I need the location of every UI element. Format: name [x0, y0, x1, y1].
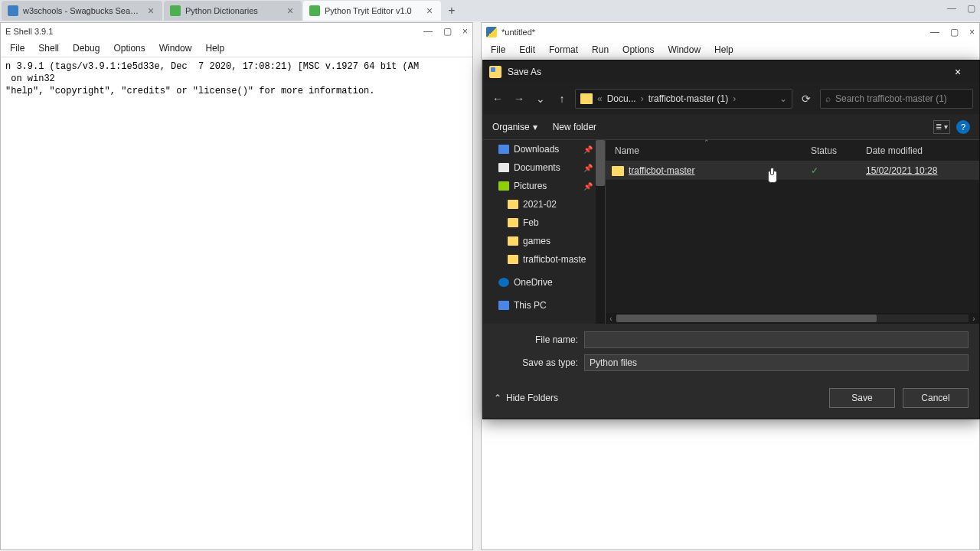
close-icon[interactable]: ×: [969, 27, 975, 37]
cancel-button[interactable]: Cancel: [903, 388, 969, 408]
refresh-button[interactable]: ⟳: [797, 90, 815, 108]
file-name-label: File name:: [494, 334, 584, 345]
save-type-select[interactable]: Python files: [584, 354, 969, 371]
nav-scrollbar[interactable]: [596, 140, 605, 324]
nav-label: Documents: [514, 162, 560, 173]
save-as-dialog: Save As × ← → ⌄ ↑ « Docu... › trafficbot…: [482, 60, 980, 419]
crumb-documents[interactable]: Docu...: [607, 93, 636, 104]
new-folder-button[interactable]: New folder: [553, 122, 596, 132]
pin-icon: 📌: [583, 182, 593, 191]
menu-options[interactable]: Options: [616, 43, 660, 57]
tab-dictionaries[interactable]: Python Dictionaries ×: [164, 1, 302, 21]
menu-file[interactable]: File: [4, 41, 31, 55]
dialog-title: Save As: [508, 67, 541, 77]
pin-icon: 📌: [583, 164, 593, 172]
favicon-icon: [170, 5, 181, 16]
dialog-toolbar: Organise ▾ New folder ≣ ▾ ?: [483, 114, 979, 140]
menu-help[interactable]: Help: [199, 41, 230, 55]
forward-button[interactable]: →: [511, 90, 528, 107]
close-icon[interactable]: ×: [462, 26, 468, 37]
file-name-input[interactable]: [584, 331, 969, 348]
search-icon: ⌕: [825, 93, 831, 104]
window-controls: — ▢: [947, 3, 975, 14]
back-button[interactable]: ←: [489, 90, 506, 107]
organise-button[interactable]: Organise ▾: [492, 122, 537, 132]
menu-run[interactable]: Run: [586, 43, 615, 57]
menu-debug[interactable]: Debug: [67, 41, 106, 55]
idle-titlebar[interactable]: E Shell 3.9.1 — ▢ ×: [1, 23, 472, 40]
crumb-current[interactable]: trafficbot-master (1): [648, 93, 728, 104]
nav-onedrive[interactable]: OneDrive: [483, 273, 605, 292]
scroll-right-icon[interactable]: ›: [969, 315, 979, 323]
nav-label: OneDrive: [514, 277, 553, 288]
maximize-icon[interactable]: ▢: [967, 3, 975, 14]
nav-thispc[interactable]: This PC: [483, 296, 605, 315]
nav-documents[interactable]: Documents📌: [483, 158, 605, 177]
favicon-icon: [8, 5, 18, 16]
scrollbar-thumb[interactable]: [616, 315, 877, 322]
onedrive-icon: [498, 278, 509, 287]
up-button[interactable]: ↑: [554, 90, 570, 107]
chevron-down-icon[interactable]: ⌄: [779, 93, 787, 104]
nav-trafficbot[interactable]: trafficbot-maste: [483, 250, 605, 269]
maximize-icon[interactable]: ▢: [443, 26, 452, 37]
file-name: trafficbot-master: [629, 165, 811, 176]
minimize-icon[interactable]: —: [947, 3, 956, 14]
dialog-titlebar[interactable]: Save As ×: [483, 60, 979, 83]
save-type-label: Save as type:: [494, 357, 584, 368]
h-scrollbar[interactable]: ‹ ›: [606, 313, 979, 324]
file-row[interactable]: trafficbot-master ✓ 15/02/2021 10:28: [606, 161, 979, 180]
nav-label: Downloads: [514, 144, 559, 155]
nav-feb[interactable]: Feb: [483, 214, 605, 232]
close-icon[interactable]: ×: [145, 5, 156, 16]
editor-titlebar[interactable]: *untitled* — ▢ ×: [482, 23, 979, 41]
minimize-icon[interactable]: —: [930, 27, 939, 37]
tab-swagbucks[interactable]: w3schools - Swagbucks Search ×: [2, 1, 162, 21]
search-input[interactable]: ⌕ Search trafficbot-master (1): [820, 89, 973, 109]
hide-folders-label: Hide Folders: [506, 393, 558, 403]
close-icon[interactable]: ×: [285, 5, 296, 16]
menu-options[interactable]: Options: [107, 41, 151, 55]
menu-shell[interactable]: Shell: [32, 41, 65, 55]
editor-menubar: File Edit Format Run Options Window Help: [482, 41, 979, 58]
nav-2021-02[interactable]: 2021-02: [483, 195, 605, 214]
pc-icon: [498, 301, 509, 310]
menu-window[interactable]: Window: [662, 43, 707, 57]
close-icon[interactable]: ×: [424, 5, 435, 16]
file-status: ✓: [811, 165, 866, 176]
col-date[interactable]: Date modified: [866, 145, 979, 156]
menu-format[interactable]: Format: [543, 43, 584, 57]
new-tab-button[interactable]: +: [443, 2, 461, 20]
minimize-icon[interactable]: —: [423, 26, 433, 37]
scroll-left-icon[interactable]: ‹: [606, 315, 616, 323]
browser-tabstrip: w3schools - Swagbucks Search × Python Di…: [0, 0, 980, 21]
recent-dropdown[interactable]: ⌄: [532, 90, 549, 107]
hide-folders-button[interactable]: ⌃ Hide Folders: [494, 393, 558, 403]
help-button[interactable]: ?: [956, 120, 970, 134]
chevron-up-icon: ⌃: [494, 393, 501, 403]
nav-pictures[interactable]: Pictures📌: [483, 177, 605, 195]
dialog-footer: ⌃ Hide Folders Save Cancel: [483, 380, 979, 419]
menu-help[interactable]: Help: [708, 43, 740, 57]
menu-file[interactable]: File: [485, 43, 511, 57]
tab-tryit[interactable]: Python Tryit Editor v1.0 ×: [303, 1, 441, 21]
col-name[interactable]: Name: [612, 145, 811, 156]
nav-games[interactable]: games: [483, 232, 605, 250]
col-status[interactable]: Status: [811, 145, 866, 156]
menu-window[interactable]: Window: [153, 41, 198, 55]
address-bar[interactable]: « Docu... › trafficbot-master (1) › ⌄: [575, 89, 792, 109]
menu-edit[interactable]: Edit: [513, 43, 541, 57]
folder-icon: [508, 200, 518, 209]
chevron-down-icon: ▾: [533, 122, 537, 132]
view-options-button[interactable]: ≣ ▾: [933, 120, 950, 134]
scrollbar-thumb[interactable]: [596, 140, 605, 186]
close-icon[interactable]: ×: [942, 66, 973, 78]
folder-icon: [508, 218, 518, 227]
crumb-root[interactable]: «: [597, 93, 603, 104]
nav-downloads[interactable]: Downloads📌: [483, 140, 605, 158]
idle-output[interactable]: n 3.9.1 (tags/v3.9.1:1e5d33e, Dec 7 2020…: [1, 57, 472, 549]
file-browser: Downloads📌 Documents📌 Pictures📌 2021-02 …: [483, 140, 979, 324]
maximize-icon[interactable]: ▢: [950, 27, 959, 37]
save-button[interactable]: Save: [829, 388, 895, 408]
tab-title: Python Dictionaries: [185, 6, 280, 15]
